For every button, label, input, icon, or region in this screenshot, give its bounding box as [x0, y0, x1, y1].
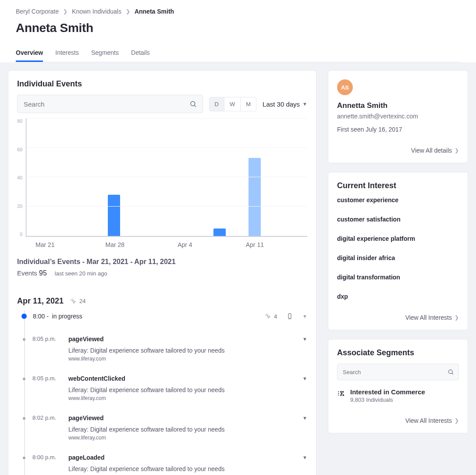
chart-bar[interactable]	[213, 229, 226, 236]
segment-icon	[337, 389, 345, 397]
timeline-event: 8:02 p.m.pageViewedLiferay: Digital expe…	[21, 409, 307, 449]
event-name: pageLoaded	[68, 454, 295, 461]
chevron-right-icon: ❯	[455, 147, 459, 154]
cursor-click-icon	[264, 313, 271, 320]
breadcrumb-root[interactable]: Beryl Corporate	[16, 8, 59, 15]
bullet-icon	[23, 378, 25, 380]
svg-line-5	[452, 373, 453, 375]
segment-item[interactable]: Interested in Commerce9,803 Individuals	[337, 388, 459, 403]
event-url: www.liferay.com	[68, 435, 295, 441]
event-url: www.liferay.com	[68, 395, 295, 401]
event-time: 8:05 p.m.	[32, 336, 61, 362]
timeline-session[interactable]: 8:00 - in progress 4 ▼	[21, 310, 307, 330]
interest-item[interactable]: digital experience platform	[337, 235, 459, 242]
breadcrumb-current: Anneta Smith	[135, 8, 174, 15]
x-tick: Mar 28	[98, 237, 133, 248]
bullet-icon	[23, 338, 25, 341]
event-time: 8:05 p.m.	[32, 375, 61, 401]
period-w-button[interactable]: W	[224, 97, 241, 111]
segments-search-input[interactable]	[342, 368, 448, 376]
interest-item[interactable]: digital transformation	[337, 274, 459, 281]
period-toggle: DWM	[209, 97, 257, 111]
date-range-label: Last 30 days	[263, 100, 300, 108]
x-tick: Apr 4	[167, 237, 202, 248]
current-interest-card: Current Interest customer experiencecust…	[328, 172, 468, 330]
chevron-right-icon: ❯	[126, 8, 130, 14]
associate-segments-title: Associate Segments	[337, 348, 459, 357]
search-icon	[189, 100, 197, 108]
view-all-details-link[interactable]: View All details❯	[411, 147, 459, 154]
tab-interests[interactable]: Interests	[55, 45, 79, 62]
svg-point-6	[341, 391, 341, 392]
y-tick: 40	[17, 175, 22, 180]
session-time: 8:00 -	[33, 313, 49, 320]
caret-down-icon[interactable]: ▼	[302, 336, 307, 362]
chart-summary-title: Individual’s Events - Mar 21, 2021 - Apr…	[17, 258, 307, 266]
svg-point-0	[191, 101, 195, 106]
events-search[interactable]	[17, 95, 203, 113]
svg-point-9	[343, 395, 344, 396]
individual-events-card: Individual Events DWM Last 30 days ▼ 806…	[8, 70, 316, 475]
tabs: OverviewInterestsSegmentsDetails	[16, 45, 460, 62]
svg-line-1	[195, 105, 196, 107]
interest-item[interactable]: customer experience	[337, 196, 459, 204]
timeline-event: 8:00 p.m.pageLoadedLiferay: Digital expe…	[21, 449, 307, 475]
tab-details[interactable]: Details	[131, 45, 150, 62]
bullet-icon	[23, 417, 25, 420]
caret-down-icon[interactable]: ▼	[302, 375, 307, 401]
period-m-button[interactable]: M	[241, 97, 256, 111]
interest-item[interactable]: digital insider africa	[337, 254, 459, 261]
individual-events-title: Individual Events	[17, 79, 307, 89]
event-name: pageViewed	[68, 414, 295, 421]
interest-item[interactable]: dxp	[337, 293, 459, 300]
event-time: 8:02 p.m.	[32, 414, 61, 441]
events-chart: 806040200 Mar 21Mar 28Apr 4Apr 11	[17, 118, 307, 248]
timeline-event: 8:05 p.m.pageViewedLiferay: Digital expe…	[21, 330, 307, 370]
breadcrumb-known-individuals[interactable]: Known Individuals	[72, 8, 121, 15]
chevron-right-icon: ❯	[63, 8, 67, 14]
date-range-dropdown[interactable]: Last 30 days ▼	[263, 100, 307, 108]
view-all-interests-link[interactable]: View All Interests❯	[405, 314, 459, 321]
segments-search[interactable]	[337, 364, 459, 380]
identity-card: AS Annetta Smith annette.smith@vertexinc…	[328, 70, 468, 163]
session-event-count: 4	[264, 313, 277, 320]
caret-down-icon[interactable]: ▼	[302, 414, 307, 441]
search-icon	[448, 368, 454, 375]
last-seen: last seen 20 min ago	[55, 270, 107, 277]
svg-point-7	[342, 391, 343, 392]
event-name: pageViewed	[68, 336, 295, 343]
event-desc: Liferay: Digital experience software tai…	[68, 426, 295, 433]
y-tick: 0	[20, 232, 22, 237]
x-tick: Mar 21	[28, 237, 63, 248]
timeline-day-count: 24	[70, 298, 85, 305]
chevron-right-icon: ❯	[455, 314, 459, 321]
event-desc: Liferay: Digital experience software tai…	[68, 347, 295, 354]
svg-point-4	[449, 370, 453, 374]
identity-first-seen: First seen July 16, 2017	[337, 126, 459, 133]
chart-bar[interactable]	[108, 195, 120, 236]
caret-down-icon: ▼	[302, 101, 307, 107]
caret-down-icon[interactable]: ▼	[302, 454, 307, 475]
timeline-date: Apr 11, 2021	[17, 296, 64, 306]
tab-overview[interactable]: Overview	[16, 45, 43, 62]
view-all-segments-link[interactable]: View All Interests❯	[405, 417, 459, 424]
x-tick: Apr 11	[238, 237, 273, 248]
event-desc: Liferay: Digital experience software tai…	[68, 386, 295, 393]
y-tick: 80	[17, 118, 22, 124]
y-tick: 20	[17, 204, 22, 209]
chevron-right-icon: ❯	[455, 418, 459, 424]
events-count: Events 95	[17, 269, 47, 277]
bullet-icon	[23, 457, 25, 459]
chart-bar[interactable]	[249, 158, 261, 236]
tab-segments[interactable]: Segments	[91, 45, 119, 62]
interest-item[interactable]: customer satisfaction	[337, 216, 459, 223]
svg-point-8	[341, 393, 342, 394]
caret-down-icon[interactable]: ▼	[302, 314, 307, 319]
breadcrumb: Beryl Corporate ❯ Known Individuals ❯ An…	[16, 8, 460, 15]
event-url: www.liferay.com	[68, 356, 295, 362]
current-interest-title: Current Interest	[337, 181, 459, 190]
period-d-button[interactable]: D	[210, 97, 224, 111]
event-desc: Liferay: Digital experience software tai…	[68, 465, 295, 472]
events-search-input[interactable]	[23, 100, 189, 108]
timeline-event: 8:05 p.m.webContentClickedLiferay: Digit…	[21, 370, 307, 409]
